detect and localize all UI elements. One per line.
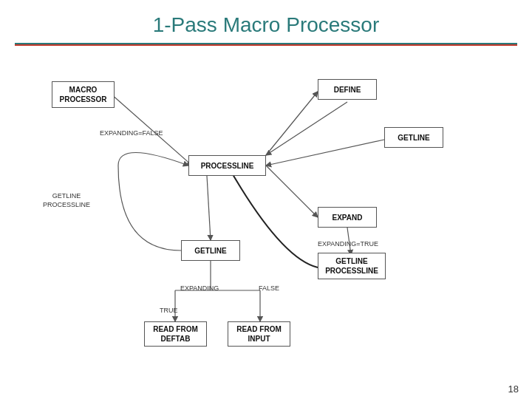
processline-box: PROCESSLINE (188, 155, 266, 176)
read-from-deftab-box: READ FROM DEFTAB (144, 321, 207, 347)
divider (15, 43, 517, 46)
svg-line-4 (266, 166, 318, 217)
macro-processor-box: MACRO PROCESSOR (52, 81, 115, 108)
false-label: FALSE (259, 284, 279, 293)
define-box: DEFINE (318, 79, 377, 100)
diagram-area: MACRO PROCESSOR DEFINE GETLINE PROCESSLI… (30, 59, 502, 377)
expanding-true-label: EXPANDING=TRUE (318, 240, 378, 248)
expanding-false-label: EXPANDING=FALSE (100, 129, 163, 137)
svg-line-3 (266, 92, 318, 155)
svg-line-2 (266, 140, 384, 166)
getline-top-box: GETLINE (384, 127, 443, 148)
page: 1-Pass Macro Processor (0, 0, 532, 399)
getline-processline-right-box: GETLINE PROCESSLINE (318, 253, 386, 279)
getline-processline-left-label: GETLINE PROCESSLINE (43, 192, 90, 209)
title-area: 1-Pass Macro Processor (0, 0, 532, 43)
read-from-input-box: READ FROM INPUT (228, 321, 290, 347)
expanding-label: EXPANDING (180, 284, 219, 293)
expand-box: EXPAND (318, 207, 377, 228)
getline-lower-box: GETLINE (181, 240, 240, 261)
svg-line-6 (207, 176, 211, 240)
svg-line-1 (266, 102, 347, 155)
true-label: TRUE (160, 307, 178, 315)
page-title: 1-Pass Macro Processor (153, 13, 380, 36)
page-number: 18 (508, 383, 519, 395)
